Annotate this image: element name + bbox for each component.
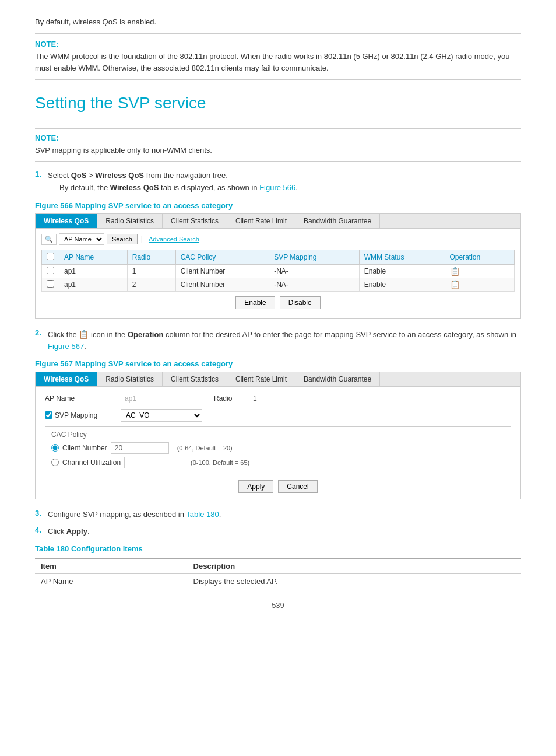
intro-text: By default, wireless QoS is enabled. xyxy=(35,18,521,26)
svp-mapping-checkbox[interactable] xyxy=(45,411,52,419)
svpmapping-row: SVP Mapping AC_VO xyxy=(45,409,511,422)
tab-wireless-qos-567[interactable]: Wireless QoS xyxy=(36,372,97,386)
col-wmm-status: WMM Status xyxy=(359,250,445,265)
channel-util-label: Channel Utilization xyxy=(62,459,121,467)
row1-wmm-status: Enable xyxy=(359,265,445,278)
table180: Item Description AP Name Displays the se… xyxy=(35,558,521,589)
step2-num: 2. xyxy=(35,328,48,352)
step1-text: Select QoS > Wireless QoS from the navig… xyxy=(48,171,228,180)
step1-num: 1. xyxy=(35,170,48,195)
note1-text: The WMM protocol is the foundation of th… xyxy=(35,51,521,74)
row1-checkbox-cell xyxy=(42,265,59,278)
cancel-button-567[interactable]: Cancel xyxy=(278,480,317,493)
col-operation: Operation xyxy=(445,250,515,265)
channel-util-radio[interactable] xyxy=(51,459,59,466)
tab-radio-stats-567[interactable]: Radio Statistics xyxy=(97,372,163,386)
figure566-tabbar: Wireless QoS Radio Statistics Client Sta… xyxy=(36,214,520,229)
table180-row1-desc: Displays the selected AP. xyxy=(188,573,521,589)
table-row: ap1 2 Client Number -NA- Enable 📋 xyxy=(42,278,515,292)
tab-bw-guarantee-567[interactable]: Bandwidth Guarantee xyxy=(295,372,380,386)
row2-svp-mapping: -NA- xyxy=(269,278,360,292)
row2-checkbox[interactable] xyxy=(47,280,54,288)
col-svp-mapping: SVP Mapping xyxy=(269,250,360,265)
step1: 1. Select QoS > Wireless QoS from the na… xyxy=(35,170,521,195)
divider-section xyxy=(35,122,521,123)
table-row: AP Name Displays the selected AP. xyxy=(35,573,521,589)
search-select-566[interactable]: AP Name xyxy=(59,233,104,245)
row2-cac-policy: Client Number xyxy=(175,278,269,292)
row2-ap-name: ap1 xyxy=(59,278,128,292)
enable-button-566[interactable]: Enable xyxy=(235,296,275,309)
figure567-form: AP Name Radio SVP Mapping AC_VO CAC Poli… xyxy=(36,387,520,499)
step4: 4. Click Apply. xyxy=(35,526,521,537)
col-checkbox xyxy=(42,250,59,265)
client-number-label: Client Number xyxy=(62,444,107,452)
row2-op-icon[interactable]: 📋 xyxy=(450,280,460,289)
table180-row1-item: AP Name xyxy=(35,573,188,589)
apname-input[interactable] xyxy=(121,393,202,404)
step3-text: Configure SVP mapping, as described in T… xyxy=(48,509,221,520)
col-cac-policy: CAC Policy xyxy=(175,250,269,265)
apply-button-567[interactable]: Apply xyxy=(238,480,273,493)
row2-wmm-status: Enable xyxy=(359,278,445,292)
tab-bw-guarantee-566[interactable]: Bandwidth Guarantee xyxy=(295,214,380,228)
tab-radio-stats-566[interactable]: Radio Statistics xyxy=(97,214,163,228)
note2-text: SVP mapping is applicable only to non-WM… xyxy=(35,145,521,156)
fig566-link[interactable]: Figure 566 xyxy=(259,183,295,192)
tab-client-stats-567[interactable]: Client Statistics xyxy=(163,372,227,386)
figure567-label: Figure 567 Mapping SVP service to an acc… xyxy=(35,359,521,368)
cac-title: CAC Policy xyxy=(51,430,505,439)
step4-text: Click Apply. xyxy=(48,526,90,537)
figure567-box: Wireless QoS Radio Statistics Client Sta… xyxy=(35,372,521,499)
figure567-tabbar: Wireless QoS Radio Statistics Client Sta… xyxy=(36,372,520,387)
row2-radio: 2 xyxy=(127,278,175,292)
step1-indent: By default, the Wireless QoS tab is disp… xyxy=(59,183,298,192)
table180-link[interactable]: Table 180 xyxy=(186,510,219,519)
divider-note1 xyxy=(35,79,521,80)
col-ap-name: AP Name xyxy=(59,250,128,265)
step4-num: 4. xyxy=(35,526,48,537)
row2-checkbox-cell xyxy=(42,278,59,292)
figure567-btn-row: Apply Cancel xyxy=(45,480,511,493)
channel-util-row: Channel Utilization (0-100, Default = 65… xyxy=(51,457,505,468)
tab-wireless-qos-566[interactable]: Wireless QoS xyxy=(36,214,97,228)
select-all-checkbox[interactable] xyxy=(47,253,54,260)
svpmapping-select[interactable]: AC_VO xyxy=(121,409,202,422)
tab-client-stats-566[interactable]: Client Statistics xyxy=(163,214,227,228)
advanced-search-link-566[interactable]: Advanced Search xyxy=(149,236,199,243)
col-radio: Radio xyxy=(127,250,175,265)
client-number-radio[interactable] xyxy=(51,444,59,452)
row1-svp-mapping: -NA- xyxy=(269,265,360,278)
row1-op-icon[interactable]: 📋 xyxy=(450,267,460,276)
row2-operation: 📋 xyxy=(445,278,515,292)
svpmapping-label: SVP Mapping xyxy=(55,411,97,419)
channel-util-input[interactable] xyxy=(124,457,182,468)
client-number-input[interactable] xyxy=(111,442,169,454)
channel-util-hint: (0-100, Default = 65) xyxy=(191,459,249,466)
radio-input[interactable] xyxy=(249,393,365,404)
row1-checkbox[interactable] xyxy=(47,267,54,274)
table180-col-item: Item xyxy=(35,558,188,574)
search-icon-566: 🔍 xyxy=(41,234,57,245)
step2-text: Click the 📋 icon in the Operation column… xyxy=(48,330,516,351)
note1-box: NOTE: The WMM protocol is the foundation… xyxy=(35,40,521,74)
cac-policy-group: CAC Policy Client Number (0-64, Default … xyxy=(45,426,511,475)
figure566-table: AP Name Radio CAC Policy SVP Mapping WMM… xyxy=(41,250,515,292)
tab-client-rate-566[interactable]: Client Rate Limit xyxy=(227,214,295,228)
search-row-566: 🔍 AP Name Search | Advanced Search xyxy=(41,233,515,245)
row1-operation: 📋 xyxy=(445,265,515,278)
apname-label: AP Name xyxy=(45,394,121,402)
disable-button-566[interactable]: Disable xyxy=(280,296,321,309)
client-number-hint: (0-64, Default = 20) xyxy=(177,444,233,452)
tab-client-rate-567[interactable]: Client Rate Limit xyxy=(227,372,295,386)
fig567-link[interactable]: Figure 567 xyxy=(48,342,84,351)
page-number: 539 xyxy=(35,601,521,610)
note2-label: NOTE: xyxy=(35,134,521,142)
divider-top xyxy=(35,33,521,34)
table180-col-desc: Description xyxy=(188,558,521,574)
row1-ap-name: ap1 xyxy=(59,265,128,278)
row1-cac-policy: Client Number xyxy=(175,265,269,278)
figure566-label: Figure 566 Mapping SVP service to an acc… xyxy=(35,201,521,210)
step2: 2. Click the 📋 icon in the Operation col… xyxy=(35,328,521,352)
search-button-566[interactable]: Search xyxy=(107,234,138,244)
